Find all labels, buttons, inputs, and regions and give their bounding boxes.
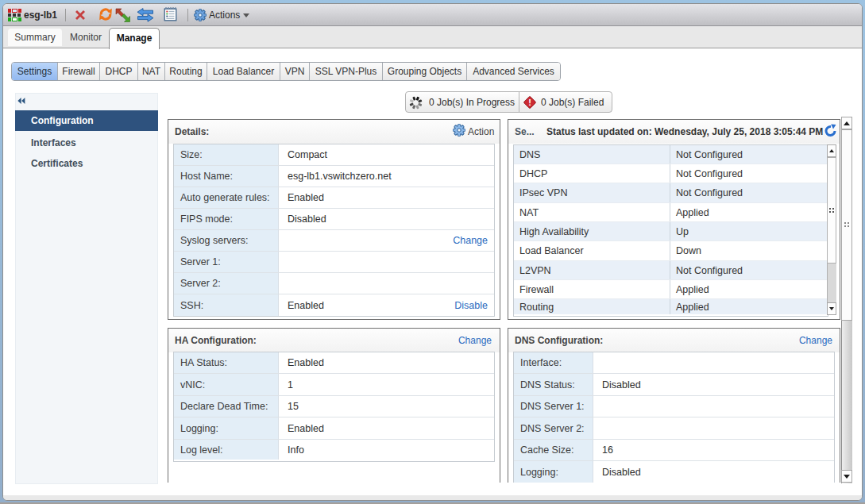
svg-text:!: ! [528,98,531,107]
